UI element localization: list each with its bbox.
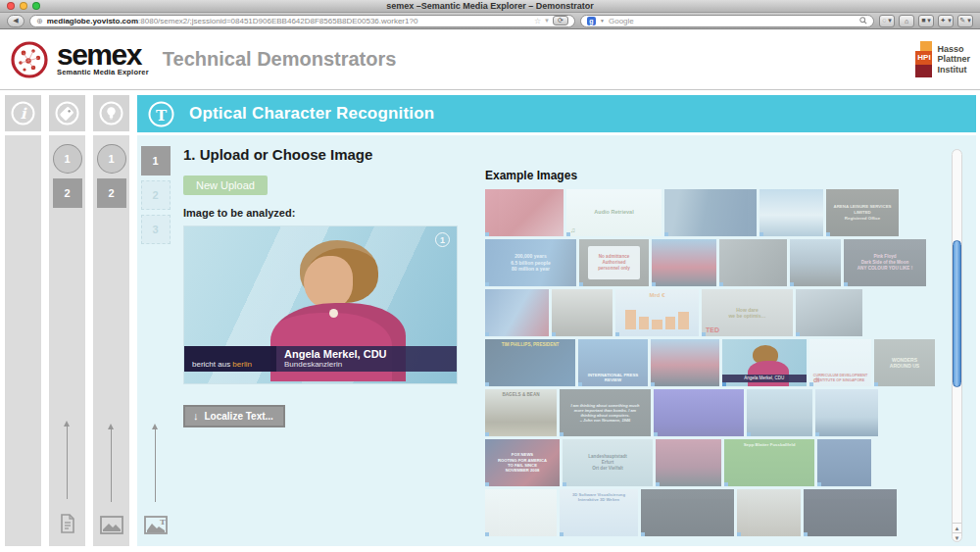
- thumb-bagels-bean[interactable]: BAGELS & BEAN: [485, 389, 557, 436]
- thumb-arena-sign[interactable]: ARENA LEISURE SERVICESLIMITEDRegistered …: [826, 189, 899, 236]
- history-menu-button[interactable]: ◌ ▾: [879, 15, 895, 27]
- lower-third-banner: bericht aus berlin Angela Merkel, CDU Bu…: [184, 346, 457, 372]
- step-3[interactable]: 3: [141, 215, 171, 244]
- url-bar[interactable]: ⊕ mediaglobe.yovisto.com:8080/semex2/;js…: [29, 15, 575, 27]
- info-icon: i: [10, 100, 36, 126]
- thumb-mountain[interactable]: [796, 289, 862, 336]
- scroll-down-button[interactable]: ▼: [953, 532, 961, 542]
- example-image-grid: Audio Retrieval♫ARENA LEISURE SERVICESLI…: [485, 189, 941, 536]
- search-icon[interactable]: [859, 17, 867, 25]
- tools-menu-button[interactable]: ✦ ▾: [938, 15, 954, 27]
- bulb-tool-button[interactable]: [93, 95, 129, 131]
- bulb-steps: 12: [97, 144, 126, 213]
- thumb-ruins-grayscale[interactable]: [719, 239, 787, 286]
- thumb-tim-phillips-slide[interactable]: TIM PHILLIPS, PRESIDENT: [485, 339, 575, 386]
- thumb-pink-floyd[interactable]: Pink FloydDark Side of the MoonANY COLOU…: [844, 239, 926, 286]
- thumb-no-admittance-sign[interactable]: No admittanceAuthorisedpersonnel only: [579, 239, 649, 286]
- thumb-press-review[interactable]: INTERNATIONAL PRESS REVIEW: [578, 339, 648, 386]
- thumb-interview-man[interactable]: [747, 389, 812, 436]
- thumb-erfurt-sign[interactable]: LandeshauptstadtErfurtOrt der Vielfalt: [563, 439, 653, 486]
- thumb-city-smoke[interactable]: [790, 239, 841, 286]
- thumb-3d-software-slide[interactable]: 3D Software VisualisierungInteraktive 3D…: [560, 489, 638, 536]
- url-dropdown-icon[interactable]: ▼: [544, 18, 550, 24]
- thumb-news-obama[interactable]: [664, 189, 757, 236]
- thumb-document-slide[interactable]: [485, 489, 557, 536]
- home-button[interactable]: ⌂: [899, 15, 914, 27]
- page-header: semex Semantic Media Explorer Technical …: [0, 29, 980, 90]
- thumb-ted-talk[interactable]: How darewe be optimis…TED: [702, 289, 793, 336]
- thumb-news-blue-desk[interactable]: [817, 439, 871, 486]
- analyzed-image-preview: 1 bericht aus berlin Angela Merkel, CDU …: [183, 226, 458, 384]
- hpi-text-line: Plattner: [937, 54, 970, 64]
- thumb-von-neumann-quote[interactable]: I am thinking about something muchmore i…: [560, 389, 651, 436]
- thumb-exhibition-booth[interactable]: [737, 489, 801, 536]
- step-1[interactable]: 1: [53, 144, 82, 174]
- semex-tagline: Semantic Media Explorer: [57, 68, 149, 76]
- step-heading: 1. Upload or Choose Image: [183, 146, 467, 163]
- thumb-anchor-red-2[interactable]: [651, 339, 719, 386]
- thumb-tax-revenue-chart[interactable]: Mrd €: [615, 289, 699, 336]
- panel-menu-button[interactable]: ■ ▾: [918, 15, 934, 27]
- thumb-football-field[interactable]: Sepp Blatter Fussballfeld: [724, 439, 814, 486]
- hpi-text-line: Hasso: [937, 44, 970, 54]
- back-button[interactable]: ◀: [7, 15, 24, 27]
- hpi-logo-icon: HPI: [915, 41, 932, 77]
- info-column-body: [5, 135, 41, 546]
- tag-icon: [54, 100, 80, 126]
- svg-text:T: T: [160, 517, 166, 527]
- info-tool-button[interactable]: i: [5, 95, 41, 131]
- flow-arrow-icon: [63, 421, 72, 499]
- edit-menu-button[interactable]: ✎ ▾: [957, 15, 973, 27]
- thumb-quiz-show[interactable]: [654, 389, 744, 436]
- workflow-column-tag: 12: [49, 95, 85, 546]
- bookmark-star-icon[interactable]: ☆: [534, 17, 541, 25]
- flow-arrow-icon: [107, 424, 116, 502]
- search-placeholder: Google: [609, 17, 856, 25]
- step-2[interactable]: 2: [53, 178, 82, 208]
- search-engine-dropdown-icon[interactable]: ▼: [600, 18, 605, 24]
- examples-scrollbar[interactable]: ▲ ▼: [952, 149, 962, 542]
- thumb-news-two-shot[interactable]: [485, 289, 549, 336]
- flow-arrow-icon: [151, 424, 160, 502]
- ocr-content: 123 T 1. Upload or Choose Image New Uplo…: [137, 135, 976, 546]
- thumb-woman-desk[interactable]: [760, 189, 823, 236]
- broadcast-label: bericht aus berlin: [184, 346, 276, 372]
- step-2[interactable]: 2: [97, 178, 126, 208]
- url-domain: mediaglobe.yovisto.com: [47, 17, 138, 25]
- examples-panel: Example Images Audio Retrieval♫ARENA LEI…: [467, 135, 976, 546]
- ocr-step-strip: 123 T: [137, 135, 173, 546]
- thumb-fox-news[interactable]: FOX NEWSROOTING FOR AMERICATO FAIL SINCE…: [485, 439, 560, 486]
- image-text-icon: T: [144, 516, 168, 538]
- thumb-journalists-award[interactable]: [485, 189, 564, 236]
- caption-name: Angela Merkel, CDU: [284, 348, 387, 360]
- ocr-title: Optical Character Recognition: [189, 104, 434, 124]
- thumb-news-desk-man[interactable]: [815, 389, 878, 436]
- step-1[interactable]: 1: [141, 146, 171, 176]
- thumb-wonders-around-us[interactable]: WONDERSAROUND US: [874, 339, 935, 386]
- ocr-main-area: T Optical Character Recognition 123 T 1.…: [137, 95, 976, 546]
- image-icon: [100, 516, 123, 538]
- new-upload-button[interactable]: New Upload: [183, 176, 268, 195]
- scrollbar-thumb[interactable]: [953, 240, 961, 387]
- tag-tool-button[interactable]: [49, 95, 85, 131]
- search-field[interactable]: g ▼ Google: [580, 15, 874, 27]
- ocr-text-icon[interactable]: T: [147, 100, 175, 128]
- thumb-audio-retrieval-slide[interactable]: Audio Retrieval♫: [566, 189, 662, 236]
- step-1[interactable]: 1: [97, 144, 126, 174]
- reload-button[interactable]: ⟳: [553, 16, 568, 25]
- localize-text-button[interactable]: ↓ Localize Text...: [183, 405, 285, 427]
- thumb-men-meeting[interactable]: [552, 289, 612, 336]
- thumb-dark-stage[interactable]: [804, 489, 897, 536]
- scroll-up-button[interactable]: ▲: [953, 523, 961, 532]
- thumb-anchor-red[interactable]: [652, 239, 716, 286]
- lightbulb-icon: [98, 100, 124, 126]
- thumb-cdis-logo[interactable]: CURRICULUM DEVELOPMENTINSTITUTE OF SINGA…: [809, 339, 871, 386]
- thumb-dark-studio[interactable]: [641, 489, 734, 536]
- thumb-merkel-selected[interactable]: Angela Merkel, CDU: [722, 339, 807, 386]
- step-2[interactable]: 2: [141, 180, 171, 210]
- window-title: semex –Semantic Media Explorer – Demonst…: [0, 0, 980, 13]
- page-title: Technical Demonstrators: [163, 48, 397, 71]
- thumb-anchor-pink[interactable]: [656, 439, 721, 486]
- window-titlebar: semex –Semantic Media Explorer – Demonst…: [0, 0, 980, 13]
- thumb-population-chart[interactable]: 200,000 years6.5 billion people80 millio…: [485, 239, 576, 286]
